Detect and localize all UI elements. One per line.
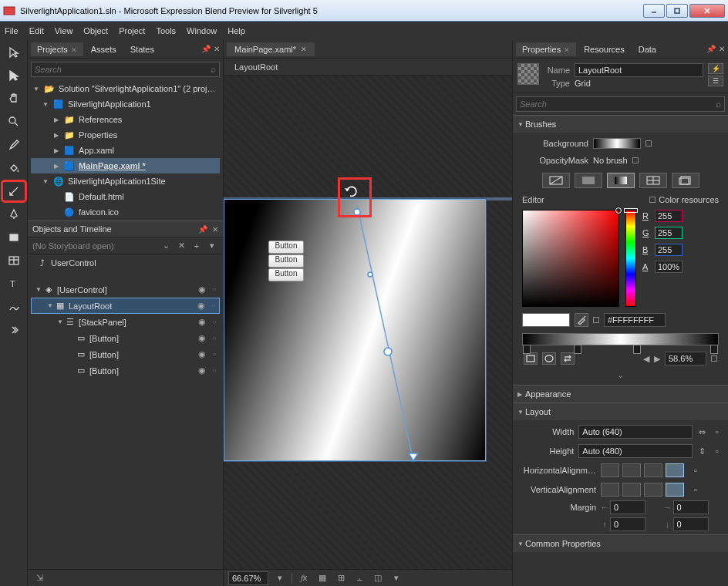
name-input[interactable]: [575, 63, 703, 77]
close-icon[interactable]: ✕: [212, 225, 218, 234]
color-resources-label[interactable]: Color resources: [659, 195, 719, 204]
tab-resources[interactable]: Resources: [578, 42, 631, 56]
margin-left-input[interactable]: [610, 500, 645, 514]
close-panel-icon[interactable]: ✕: [214, 45, 220, 53]
b-input[interactable]: [655, 244, 682, 256]
appxaml-node[interactable]: 🟦App.xaml: [31, 143, 220, 158]
button-node[interactable]: ▭Button◉○: [31, 330, 220, 346]
property-marker[interactable]: ▫: [712, 425, 722, 439]
snap-toggle[interactable]: ⊞: [334, 573, 348, 583]
menu-view[interactable]: View: [55, 26, 73, 35]
stop-prev[interactable]: ◀: [643, 354, 649, 364]
tab-assets[interactable]: Assets: [85, 42, 123, 56]
stop-next[interactable]: ▶: [654, 354, 660, 364]
artboard[interactable]: [224, 199, 486, 461]
pen-tool[interactable]: [3, 205, 25, 224]
minimize-button[interactable]: [643, 4, 665, 18]
direct-select-tool[interactable]: [3, 66, 25, 85]
g-input[interactable]: [655, 227, 682, 239]
lock-toggle[interactable]: ○: [209, 351, 220, 358]
brushes-header[interactable]: ▼Brushes: [513, 116, 728, 133]
tab-properties[interactable]: Properties✕: [516, 42, 576, 56]
layoutroot-node[interactable]: ▼▦LayoutRoot◉○: [31, 298, 220, 314]
stackpanel-node[interactable]: ▼☰StackPanel◉○: [31, 314, 220, 330]
visibility-toggle[interactable]: ◉: [195, 285, 209, 295]
property-marker[interactable]: [711, 355, 717, 362]
valign-stretch[interactable]: [666, 483, 684, 497]
gradient-tool[interactable]: [3, 182, 25, 200]
opacitymask-brush-row[interactable]: OpacityMask No brush: [519, 153, 722, 168]
snap-lines-toggle[interactable]: ⫠: [352, 574, 366, 583]
asset-tool[interactable]: [3, 298, 25, 316]
halign-left[interactable]: [601, 463, 619, 477]
picker-cursor[interactable]: [615, 207, 622, 214]
properties-search[interactable]: ⌕: [516, 96, 725, 112]
eyedropper-button[interactable]: [575, 313, 588, 327]
pin-icon[interactable]: 📌: [706, 45, 716, 53]
storyboard-close[interactable]: ✕: [175, 241, 187, 251]
solid-brush-tab[interactable]: [575, 173, 602, 188]
layout-tool[interactable]: [3, 251, 25, 270]
menu-tools[interactable]: Tools: [156, 26, 176, 35]
menu-object[interactable]: Object: [83, 26, 108, 35]
menu-window[interactable]: Window: [187, 26, 217, 35]
project-node[interactable]: 🟦SilverlightApplication1: [31, 96, 220, 112]
properties-view-button[interactable]: ☰: [708, 76, 723, 86]
storyboard-menu[interactable]: ▾: [206, 241, 218, 251]
hex-input[interactable]: [604, 313, 666, 327]
visibility-toggle[interactable]: ◉: [195, 317, 209, 327]
gradient-stop[interactable]: [633, 345, 641, 354]
fx-toggle[interactable]: 𝑓x: [297, 573, 311, 583]
button-node[interactable]: ▭Button◉○: [31, 362, 220, 379]
references-node[interactable]: 📁References: [31, 112, 220, 127]
gradient-brush-tab[interactable]: [607, 173, 635, 188]
search-input[interactable]: [520, 99, 716, 109]
storyboard-dropdown[interactable]: ⌄: [160, 241, 172, 251]
menu-edit[interactable]: Edit: [29, 26, 44, 35]
pin-icon[interactable]: 📌: [201, 45, 211, 53]
text-tool[interactable]: T: [3, 274, 25, 293]
close-icon[interactable]: ✕: [301, 45, 307, 53]
a-input[interactable]: [655, 261, 682, 273]
layout-header[interactable]: ▼Layout: [513, 403, 728, 420]
zoom-input[interactable]: [228, 571, 268, 585]
hue-marker[interactable]: [624, 208, 638, 213]
common-properties-header[interactable]: ▼Common Properties: [513, 535, 728, 552]
no-brush-tab[interactable]: [542, 173, 570, 188]
property-marker[interactable]: [632, 157, 639, 163]
background-brush-row[interactable]: Background: [519, 136, 722, 151]
height-input[interactable]: [578, 444, 693, 458]
tab-data[interactable]: Data: [632, 42, 662, 56]
paint-bucket-tool[interactable]: [3, 159, 25, 177]
background-swatch[interactable]: [593, 138, 641, 149]
canvas-button[interactable]: Button: [268, 254, 304, 268]
canvas-button[interactable]: Button: [268, 241, 304, 254]
property-marker[interactable]: ▫: [689, 483, 703, 497]
expand-icon[interactable]: ⇲: [32, 573, 46, 583]
visibility-toggle[interactable]: ◉: [194, 301, 208, 311]
valign-top[interactable]: [601, 483, 619, 497]
usercontrol-node[interactable]: ▼◈UserControl◉○: [31, 281, 220, 298]
menu-project[interactable]: Project: [119, 26, 145, 35]
more-dropdown[interactable]: ▾: [389, 573, 403, 583]
rectangle-tool[interactable]: [3, 228, 25, 247]
gradient-stop[interactable]: [574, 345, 581, 354]
hex-marker[interactable]: [593, 317, 599, 323]
zoom-dropdown[interactable]: ▾: [273, 573, 287, 583]
tile-brush-tab[interactable]: [639, 173, 667, 188]
default-html-node[interactable]: 📄Default.html: [31, 189, 220, 204]
halign-center[interactable]: [622, 463, 641, 477]
lock-toggle[interactable]: ○: [208, 302, 219, 309]
close-icon[interactable]: ✕: [719, 45, 725, 53]
annotations-toggle[interactable]: ◫: [371, 573, 385, 583]
resource-brush-tab[interactable]: [672, 173, 699, 188]
valign-bottom[interactable]: [644, 483, 662, 497]
grid-toggle[interactable]: ▦: [315, 573, 329, 583]
mainpage-node[interactable]: 🟦MainPage.xaml *: [31, 158, 220, 173]
close-icon[interactable]: ✕: [71, 46, 77, 54]
brush-tool[interactable]: [3, 136, 25, 154]
stop-position-input[interactable]: [665, 352, 706, 365]
visibility-toggle[interactable]: ◉: [195, 365, 209, 376]
halign-stretch[interactable]: [666, 463, 684, 477]
canvas-button[interactable]: Button: [268, 268, 304, 281]
